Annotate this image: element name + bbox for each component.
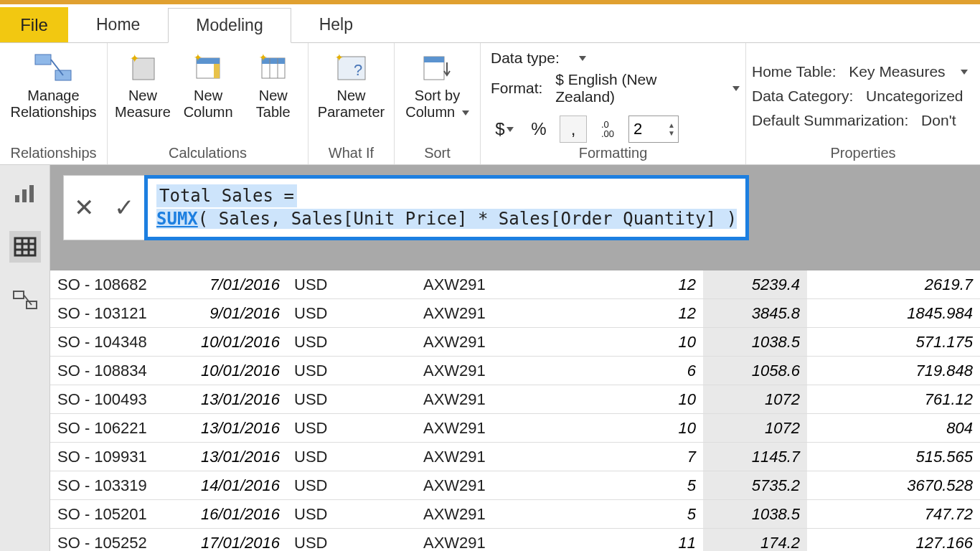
title-bar [0,0,980,7]
cell-date: 10/01/2016 [187,328,287,357]
format-dropdown[interactable]: Format: $ English (New Zealand) [491,71,740,105]
svg-text:✦: ✦ [194,52,202,63]
cell-order-id: SO - 108834 [50,357,187,385]
cell-qty: 10 [567,414,703,443]
cell-date: 13/01/2016 [187,385,287,414]
cell-value2: 761.12 [807,385,980,414]
cell-order-id: SO - 109931 [50,443,187,471]
cancel-formula-button[interactable]: ✕ [74,193,94,222]
group-label-properties: Properties [752,143,974,163]
cell-order-id: SO - 105252 [50,529,187,551]
svg-rect-18 [424,57,444,62]
table-row[interactable]: SO - 10883410/01/2016USDAXW29161058.6719… [50,357,980,385]
cell-code: AXW291 [416,357,567,385]
data-type-dropdown[interactable]: Data type: [491,50,586,67]
cell-currency: USD [287,270,416,299]
chevron-down-icon [961,70,968,75]
data-category-dropdown[interactable]: Data Category: Uncategorized [752,88,963,105]
chevron-down-icon [732,86,740,91]
cell-currency: USD [287,299,416,328]
formula-input[interactable]: Total Sales = SUMX( Sales, Sales[Unit Pr… [144,175,749,240]
decimals-icon: .0 .00 [594,116,621,143]
chevron-down-icon [579,56,586,61]
tab-modeling[interactable]: Modeling [168,8,291,43]
table-row[interactable]: SO - 10520116/01/2016USDAXW29151038.5747… [50,500,980,529]
chevron-down-icon [507,127,514,132]
svg-rect-27 [14,291,24,298]
sort-by-column-button[interactable]: Sort by Column [402,49,473,122]
table-row[interactable]: SO - 1031219/01/2016USDAXW291123845.8184… [50,299,980,328]
chevron-down-icon [462,110,469,116]
svg-rect-7 [214,64,220,78]
new-column-button[interactable]: ✦ New Column [179,49,237,122]
svg-rect-19 [15,195,19,202]
table-row[interactable]: SO - 10049313/01/2016USDAXW291101072761.… [50,385,980,414]
cell-code: AXW291 [416,500,567,529]
cell-value2: 804 [807,414,980,443]
data-grid[interactable]: SO - 1086827/01/2016USDAXW291125239.4261… [50,270,980,551]
cell-date: 13/01/2016 [187,414,287,443]
commit-formula-button[interactable]: ✓ [114,193,134,222]
relationships-icon [34,50,74,86]
table-row[interactable]: SO - 10434810/01/2016USDAXW291101038.557… [50,328,980,357]
view-switcher [0,165,50,551]
table-row[interactable]: SO - 10331914/01/2016USDAXW29155735.2367… [50,471,980,500]
cell-code: AXW291 [416,529,567,551]
svg-rect-20 [22,189,27,202]
cell-value2: 127.166 [807,529,980,551]
cell-order-id: SO - 105201 [50,500,187,529]
report-view-button[interactable] [9,178,41,209]
default-summarization-dropdown[interactable]: Default Summarization: Don't [752,112,956,129]
cell-order-id: SO - 103121 [50,299,187,328]
thousands-separator-button[interactable]: , [560,116,587,143]
group-label-calculations: Calculations [113,143,302,163]
cell-qty: 11 [567,529,703,551]
cell-date: 17/01/2016 [187,529,287,551]
data-view-button[interactable] [9,231,41,263]
percent-button[interactable]: % [525,116,552,143]
cell-value1: 1038.5 [703,328,807,357]
tab-file[interactable]: File [0,7,68,42]
cell-currency: USD [287,500,416,529]
cell-code: AXW291 [416,385,567,414]
model-icon [12,288,38,311]
new-parameter-button[interactable]: ?✦ New Parameter [316,49,387,122]
tab-home[interactable]: Home [68,7,168,42]
table-row[interactable]: SO - 10622113/01/2016USDAXW291101072804 [50,414,980,443]
cell-value2: 515.565 [807,443,980,471]
cell-value2: 1845.984 [807,299,980,328]
group-label-formatting: Formatting [486,143,740,163]
cell-qty: 6 [567,357,703,385]
cell-value2: 2619.7 [807,270,980,299]
new-table-button[interactable]: ✦ New Table [244,49,302,122]
cell-qty: 12 [567,299,703,328]
cell-value1: 1145.7 [703,443,807,471]
cell-order-id: SO - 104348 [50,328,187,357]
manage-relationships-button[interactable]: Manage Relationships [8,49,100,122]
svg-text:✦: ✦ [259,52,268,63]
header-spacer [50,250,980,270]
decimal-places-input[interactable]: ▲▼ [628,116,679,143]
cell-value1: 5735.2 [703,471,807,500]
svg-rect-0 [35,55,51,65]
new-measure-button[interactable]: ✦ New Measure [113,49,172,122]
parameter-icon: ?✦ [334,50,369,86]
cell-code: AXW291 [416,443,567,471]
cell-currency: USD [287,385,416,414]
home-table-dropdown[interactable]: Home Table: Key Measures [752,63,968,80]
cell-value1: 1038.5 [703,500,807,529]
cell-currency: USD [287,328,416,357]
table-row[interactable]: SO - 10525217/01/2016USDAXW29111174.2127… [50,529,980,551]
cell-value1: 1058.6 [703,357,807,385]
table-row[interactable]: SO - 10993113/01/2016USDAXW29171145.7515… [50,443,980,471]
sort-icon [420,50,456,86]
cell-currency: USD [287,443,416,471]
currency-button[interactable]: $ [491,116,518,143]
table-row[interactable]: SO - 1086827/01/2016USDAXW291125239.4261… [50,270,980,299]
model-view-button[interactable] [9,284,41,316]
tab-help[interactable]: Help [291,7,381,42]
svg-line-29 [24,295,32,305]
cell-date: 16/01/2016 [187,500,287,529]
cell-code: AXW291 [416,471,567,500]
cell-currency: USD [287,414,416,443]
